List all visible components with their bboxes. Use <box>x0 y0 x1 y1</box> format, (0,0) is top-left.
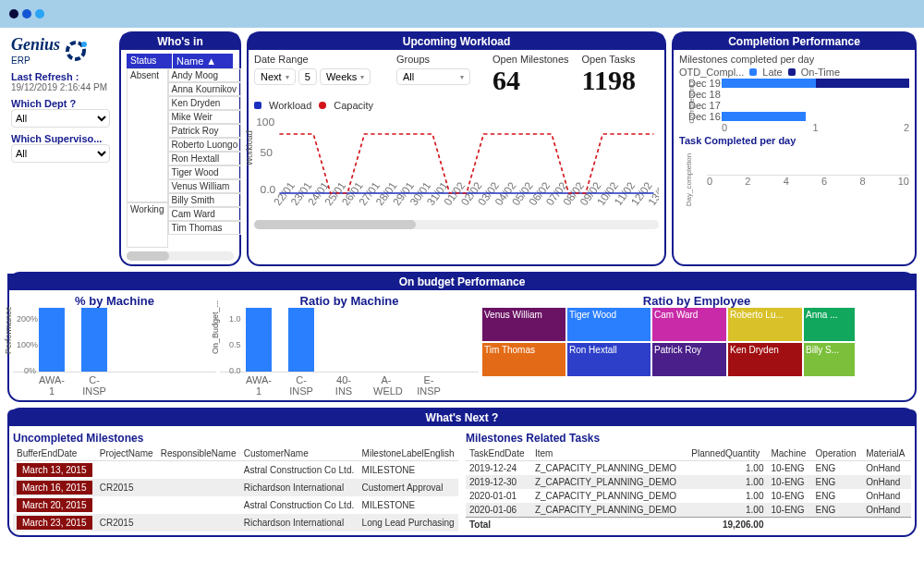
whos-in-name[interactable]: Ron Hextall <box>168 152 242 165</box>
whos-in-name[interactable]: Ken Dryden <box>168 96 242 110</box>
whos-in-name[interactable]: Venus William <box>168 179 242 193</box>
sort-asc-icon: ▲ <box>206 55 216 67</box>
task-per-day-chart[interactable]: Day_completion 0246810 <box>679 148 909 194</box>
completion-legend: OTD_Compl... Late On-Time <box>679 67 909 78</box>
workload-ylabel: Workload <box>245 130 254 165</box>
traffic-dot <box>35 9 44 18</box>
whos-in-header[interactable]: Status Name ▲ <box>127 54 234 68</box>
count-button[interactable]: 5 <box>298 68 317 85</box>
table-row[interactable]: March 16, 2015CR2015Richardson Internati… <box>13 479 458 496</box>
legend-dot-capacity <box>319 102 326 109</box>
whos-in-name[interactable]: Billy Smith <box>168 193 242 207</box>
open-tasks-label: Open Tasks <box>582 54 636 65</box>
status-absent: Absent <box>127 68 168 202</box>
next-button[interactable]: Next▾ <box>254 68 296 85</box>
whos-in-title: Who's in <box>121 33 239 50</box>
whos-in-name[interactable]: Patrick Roy <box>168 124 242 138</box>
svg-point-1 <box>81 42 87 47</box>
col-status[interactable]: Status <box>127 54 173 68</box>
ratio-by-machine-chart[interactable] <box>220 308 479 373</box>
table-row[interactable]: March 13, 2015Astral Construction Co Ltd… <box>13 461 458 480</box>
onbudget-title: On budget Performance <box>7 274 917 290</box>
table-row[interactable]: 2019-12-30Z_CAPACITY_PLANNING_DEMO1.0010… <box>466 475 911 489</box>
dept-select[interactable]: All <box>11 109 110 128</box>
pct-by-machine-title: % by Machine <box>13 294 216 308</box>
whos-in-name[interactable]: Tim Thomas <box>168 221 242 235</box>
ratio-by-machine-title: Ratio by Machine <box>220 294 479 308</box>
open-milestones-value: 64 <box>492 65 569 96</box>
window-titlebar <box>0 0 924 28</box>
completed-per-day-label: Milestones completed per day <box>679 54 909 65</box>
col-name[interactable]: Name ▲ <box>173 54 234 68</box>
whatsnext-title: What's Next ? <box>7 409 917 426</box>
treemap-cell[interactable]: Roberto Lu... <box>728 308 802 341</box>
sidebar: Genius ERP Last Refresh : 19/12/2019 2:1… <box>7 31 114 266</box>
svg-text:0.0: 0.0 <box>261 184 276 194</box>
whos-in-name[interactable]: Cam Ward <box>168 207 242 221</box>
legend-dot-workload <box>254 102 261 109</box>
logo-icon <box>64 39 88 63</box>
groups-select[interactable]: All▾ <box>396 68 470 85</box>
table-row[interactable]: March 23, 2015CR2015Richardson Internati… <box>13 514 458 531</box>
table-row[interactable]: 2020-01-01Z_CAPACITY_PLANNING_DEMO1.0010… <box>466 489 911 503</box>
whos-in-name[interactable]: Tiger Wood <box>168 165 242 179</box>
completion-panel: Completion Performance Milestones comple… <box>672 31 917 266</box>
whos-in-scrollbar[interactable] <box>127 251 234 261</box>
whatsnext-panel: What's Next ? Uncompleted Milestones Buf… <box>7 408 917 537</box>
treemap-cell[interactable]: Venus William <box>482 308 565 341</box>
svg-text:50: 50 <box>261 147 273 157</box>
treemap-cell[interactable]: Ron Hextall <box>567 343 650 376</box>
traffic-dot <box>9 9 18 18</box>
related-tasks-table[interactable]: TaskEndDateItemPlannedQuantityMachineOpe… <box>466 446 911 531</box>
table-row[interactable]: 2019-12-24Z_CAPACITY_PLANNING_DEMO1.0010… <box>466 461 911 476</box>
date-range-label: Date Range <box>254 54 383 65</box>
related-tasks-title: Milestones Related Tasks <box>466 432 911 445</box>
unit-button[interactable]: Weeks▾ <box>320 68 371 85</box>
workload-legend: Workload Capacity <box>254 100 659 111</box>
whos-in-name[interactable]: Roberto Luongo <box>168 138 242 152</box>
treemap-cell[interactable]: Tim Thomas <box>482 343 565 376</box>
treemap-cell[interactable]: Ken Dryden <box>728 343 802 376</box>
treemap-cell[interactable]: Patrick Roy <box>652 343 726 376</box>
chevron-down-icon: ▾ <box>360 73 364 81</box>
treemap-cell[interactable]: Cam Ward <box>652 308 726 341</box>
logo-subtext: ERP <box>11 55 30 66</box>
workload-scrollbar[interactable] <box>254 220 659 229</box>
last-refresh-label: Last Refresh : <box>11 71 110 82</box>
pct-by-machine-chart[interactable] <box>13 308 216 373</box>
task-per-day-label: Task Completed per day <box>679 135 909 146</box>
supervisor-select[interactable]: All <box>11 144 110 163</box>
whos-in-name[interactable]: Andy Moog <box>168 68 242 82</box>
traffic-dot <box>22 9 31 18</box>
ratio-by-employee-title: Ratio by Employee <box>482 294 911 308</box>
milestones-per-day-chart[interactable]: CompletionD.. Dec 19Dec 18Dec 17Dec 16 0… <box>679 78 909 133</box>
workload-title: Upcoming Workload <box>249 33 664 50</box>
treemap-cell[interactable]: Tiger Wood <box>567 308 650 341</box>
last-refresh-value: 19/12/2019 2:16:44 PM <box>11 82 110 92</box>
supervisor-filter-label: Which Superviso... <box>11 133 110 144</box>
svg-text:100: 100 <box>256 116 274 127</box>
treemap-cell[interactable]: Billy S... <box>804 343 855 376</box>
completion-title: Completion Performance <box>674 33 915 50</box>
workload-chart[interactable]: Workload 100500.022/0123/0124/0125/0126/… <box>254 115 659 216</box>
uncompleted-milestones-title: Uncompleted Milestones <box>13 432 458 445</box>
whos-in-name[interactable]: Mike Weir <box>168 110 242 124</box>
logo-text: Genius <box>11 35 60 54</box>
uncompleted-milestones-table[interactable]: BufferEndDateProjectNameResponsibleNameC… <box>13 446 458 531</box>
onbudget-panel: On budget Performance % by Machine Perfo… <box>7 272 917 402</box>
table-row[interactable]: March 20, 2015Astral Construction Co Ltd… <box>13 496 458 514</box>
chevron-down-icon: ▾ <box>286 73 289 81</box>
status-working: Working <box>127 202 168 248</box>
groups-label: Groups <box>396 54 480 65</box>
open-milestones-label: Open Milestones <box>492 54 569 65</box>
treemap-cell[interactable]: Anna ... <box>804 308 855 341</box>
whos-in-name[interactable]: Anna Kournikov <box>168 82 242 96</box>
ratio-by-employee-chart[interactable]: Venus WilliamTiger WoodCam WardRoberto L… <box>482 308 911 376</box>
table-row[interactable]: 2020-01-06Z_CAPACITY_PLANNING_DEMO1.0010… <box>466 503 911 518</box>
chevron-down-icon: ▾ <box>460 73 464 81</box>
dept-filter-label: Which Dept ? <box>11 98 110 109</box>
whos-in-panel: Who's in Status Name ▲ Absent Working An… <box>119 31 241 266</box>
open-tasks-value: 1198 <box>582 65 636 96</box>
workload-panel: Upcoming Workload Date Range Next▾ 5 Wee… <box>247 31 666 266</box>
